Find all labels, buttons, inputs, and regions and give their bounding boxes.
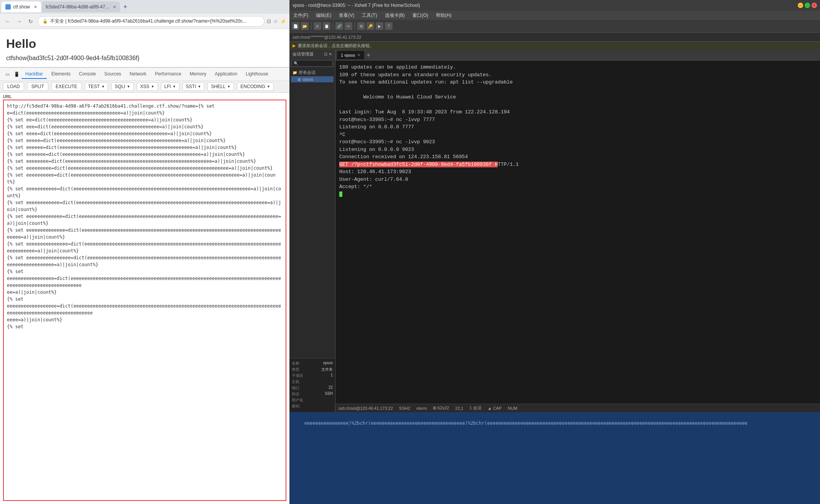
address-icons: ⊡ ☆ ⚡: [267, 18, 286, 24]
paste-btn[interactable]: 📋: [323, 22, 330, 30]
device-mode-icon[interactable]: 📱: [12, 70, 21, 79]
new-session-btn[interactable]: 📄: [292, 22, 299, 30]
devtools-tab-sources[interactable]: Sources: [100, 70, 125, 79]
prop-type: 类型 文件夹: [292, 367, 333, 372]
cast-icon[interactable]: ⊡: [267, 18, 271, 24]
bottom-area: eeeeeeeeeeeeeeee)%2bchr(eeeeeeeeeeeeeeee…: [289, 412, 820, 504]
copy-btn[interactable]: ⎘: [314, 22, 321, 30]
tab-bar: ctf.show ✕ fc5ded74-98ba-4d98-a6f9-47...…: [0, 0, 289, 14]
term-line-6: [339, 101, 816, 109]
devtools-tab-performance[interactable]: Performance: [151, 70, 185, 79]
open-session-btn[interactable]: 📂: [301, 22, 309, 30]
menu-edit[interactable]: 编辑(E): [314, 11, 333, 20]
terminal-tabs: 1 vpsss ✕ +: [335, 50, 820, 61]
term-line-cursor: [339, 191, 816, 198]
hackbar-test-dropdown[interactable]: TEST: [85, 82, 108, 91]
session-manager-close[interactable]: ⊡ ✕: [324, 52, 332, 57]
status-caps: ▲ CAP: [488, 406, 502, 411]
term-line-host: Host: 120.46.41.173:9023: [339, 168, 816, 176]
settings-btn[interactable]: ⚙: [357, 22, 365, 30]
prop-protocol: 协议 SSH: [292, 391, 333, 397]
terminal-btn[interactable]: ▶: [376, 22, 383, 30]
vpsss-label: vpsss: [302, 77, 313, 82]
hackbar-split-button[interactable]: SPLIT: [27, 82, 48, 91]
browser-tab-1[interactable]: ctf.show ✕: [2, 2, 41, 12]
terminal-tab-1-close[interactable]: ✕: [357, 53, 360, 57]
hackbar-lfi-dropdown[interactable]: LFI: [161, 82, 179, 91]
connect-btn[interactable]: 🔗: [335, 22, 343, 30]
highlighted-get-request: GET /?p=ctfshowbad3fc51-2d0f-4900-9ed4-f…: [339, 162, 498, 167]
devtools-tab-console[interactable]: Console: [75, 70, 100, 79]
cursor: [339, 191, 342, 197]
bottom-content: eeeeeeeeeeeeeeee)%2bchr(eeeeeeeeeeeeeeee…: [304, 421, 748, 426]
xshell-toolbar: 📄 📂 ⎘ 📋 🔗 ✂ ⚙ 🔑 ▶ ?: [289, 20, 820, 32]
term-line-10: ^C: [339, 131, 816, 139]
session-manager-title: 会话管理器: [293, 51, 314, 57]
menu-file[interactable]: 文件(F): [292, 11, 310, 20]
tab-close-1[interactable]: ✕: [34, 5, 37, 10]
vpsss-session-item[interactable]: 🖥 vpsss: [291, 76, 334, 82]
address-input[interactable]: 🔓 不安全 | fc5ded74-98ba-4d98-a6f9-47ab2616…: [38, 16, 265, 27]
notice-icon: ▶: [293, 43, 296, 48]
extensions-icon[interactable]: ⚡: [280, 18, 286, 24]
terminal-content[interactable]: 180 updates can be applied immediately. …: [335, 61, 820, 404]
session-properties: 名称 vpsss 类型 文件夹 子项目 1 主机: [289, 358, 335, 412]
term-line-12: Listening on 0.0.0.0 9023: [339, 146, 816, 154]
maximize-button[interactable]: □: [805, 3, 810, 8]
menu-window[interactable]: 窗口(O): [411, 11, 430, 20]
hackbar-shell-dropdown[interactable]: SHELL: [207, 82, 234, 91]
url-box[interactable]: http://fc5ded74-98ba-4d98-a6f9-47ab2616b…: [3, 100, 286, 501]
menu-tools[interactable]: 工具(T): [360, 11, 378, 20]
help-btn[interactable]: ?: [385, 22, 393, 30]
new-terminal-button[interactable]: +: [365, 52, 371, 59]
terminal-tab-1-label: 1 vpsss: [341, 53, 355, 57]
prop-pass: 密码: [292, 404, 333, 409]
xshell-title: vpsss - root@hecs-33905: ~ - Xshell 7 (F…: [293, 3, 420, 8]
ssh-address: ssh://root:********@120.46.41.173:22: [293, 35, 361, 39]
toolbar-sep-3: [355, 23, 355, 29]
back-button[interactable]: ←: [3, 17, 12, 26]
browser-tab-2[interactable]: fc5ded74-98ba-4d98-a6f9-47... ✕: [42, 2, 120, 12]
menu-help[interactable]: 帮助(H): [434, 11, 453, 20]
hackbar-ssti-dropdown[interactable]: SSTI: [182, 82, 205, 91]
devtools-tab-elements[interactable]: Elements: [48, 70, 74, 79]
term-line-ua: User-Agent: curl/7.64.0: [339, 176, 816, 183]
xshell-titlebar: vpsss - root@hecs-33905: ~ - Xshell 7 (F…: [289, 0, 820, 11]
tab-close-2[interactable]: ✕: [113, 5, 116, 10]
hackbar-load-button[interactable]: LOAD: [3, 82, 24, 91]
session-search-input[interactable]: [292, 60, 333, 67]
minimize-button[interactable]: ─: [798, 3, 803, 8]
devtools-toolbar: ▭ 📱 HackBar Elements Console Sources Net…: [0, 68, 289, 81]
session-search: [289, 59, 335, 67]
tab-label-2: fc5ded74-98ba-4d98-a6f9-47...: [46, 4, 109, 10]
bookmark-icon[interactable]: ☆: [273, 18, 278, 24]
menu-tabs[interactable]: 选项卡(B): [383, 11, 406, 20]
inspect-element-icon[interactable]: ▭: [3, 70, 12, 79]
key-btn[interactable]: 🔑: [366, 22, 374, 30]
prop-host: 主机: [292, 379, 333, 385]
address-bar: ← → ↻ 🔓 不安全 | fc5ded74-98ba-4d98-a6f9-47…: [0, 14, 289, 29]
hackbar-encoding-dropdown[interactable]: ENCODING: [237, 82, 274, 91]
hackbar-sqli-dropdown[interactable]: SQLI: [111, 82, 133, 91]
devtools-tab-application[interactable]: Application: [211, 70, 241, 79]
menu-view[interactable]: 查看(V): [337, 11, 356, 20]
devtools-tab-memory[interactable]: Memory: [186, 70, 210, 79]
close-button[interactable]: ✕: [812, 3, 817, 8]
prop-name: 名称 vpsss: [292, 361, 333, 366]
hackbar-xss-dropdown[interactable]: XSS: [137, 82, 158, 91]
devtools-tab-network[interactable]: Network: [126, 70, 150, 79]
devtools-tab-lighthouse[interactable]: Lighthouse: [242, 70, 272, 79]
all-sessions-item[interactable]: 📁 所有会话: [291, 69, 334, 76]
devtools-tab-hackbar[interactable]: HackBar: [21, 70, 47, 79]
new-tab-button[interactable]: +: [121, 3, 130, 11]
page-flag: ctfshow{bad3fc51-2d0f-4900-9ed4-fa5fb100…: [6, 55, 283, 62]
hackbar-execute-button[interactable]: EXECUTE: [51, 82, 82, 91]
reload-button[interactable]: ↻: [26, 17, 35, 26]
terminal-panel: vpsss - root@hecs-33905: ~ - Xshell 7 (F…: [289, 0, 820, 504]
forward-button[interactable]: →: [15, 17, 24, 26]
disconnect-btn[interactable]: ✂: [345, 22, 352, 30]
term-line-accept: Accept: */*: [339, 183, 816, 191]
term-line-13: Connection received on 124.223.158.81 56…: [339, 153, 816, 161]
url-panel: URL http://fc5ded74-98ba-4d98-a6f9-47ab2…: [0, 93, 289, 504]
terminal-tab-1[interactable]: 1 vpsss ✕: [337, 51, 364, 59]
